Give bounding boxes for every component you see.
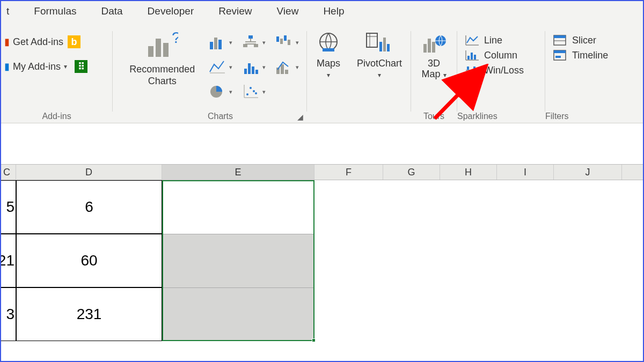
- tab-partial[interactable]: t: [1, 2, 23, 20]
- group-label-tours: Tours: [411, 112, 457, 121]
- svg-rect-19: [248, 63, 251, 74]
- svg-rect-61: [554, 50, 566, 53]
- waterfall-chart-button[interactable]: ▾: [273, 31, 302, 54]
- svg-rect-50: [467, 56, 470, 60]
- sparkline-column-icon: [465, 49, 480, 61]
- chevron-down-icon: ▾: [229, 39, 232, 46]
- line-chart-button[interactable]: ▾: [206, 56, 235, 78]
- col-header-d[interactable]: D: [16, 165, 162, 180]
- tab-view[interactable]: View: [266, 2, 313, 20]
- group-sparklines: Line Column Win/Loss Sparklines: [457, 31, 545, 112]
- svg-rect-35: [367, 33, 377, 47]
- bing-icon: b: [68, 35, 80, 48]
- chevron-down-icon: ▾: [296, 39, 299, 46]
- ribbon-tabs: t Formulas Data Developer Review View He…: [1, 1, 643, 21]
- svg-rect-18: [244, 69, 247, 74]
- get-addins-button[interactable]: ▮ Get Add-ins b: [4, 35, 112, 48]
- pivotchart-icon: [365, 31, 393, 55]
- svg-rect-15: [284, 35, 287, 41]
- tab-data[interactable]: Data: [90, 2, 136, 20]
- cell-d2[interactable]: 60: [16, 234, 162, 287]
- svg-rect-23: [281, 64, 284, 74]
- chevron-down-icon: ▾: [262, 88, 266, 95]
- svg-rect-38: [379, 42, 382, 51]
- cell-e2-selected[interactable]: [162, 234, 314, 287]
- timeline-label: Timeline: [572, 50, 608, 61]
- addin-icon: ▮: [4, 61, 10, 72]
- my-addins-button[interactable]: ▮ My Add-ins ▾ ⠿: [4, 60, 112, 73]
- slicer-icon: [553, 34, 568, 46]
- cell-c2[interactable]: 21: [1, 234, 16, 287]
- ribbon-groups: ▮ Get Add-ins b ▮ My Add-ins ▾ ⠿ Add-ins…: [1, 21, 643, 113]
- get-addins-label: Get Add-ins: [13, 36, 63, 48]
- col-header-i[interactable]: I: [497, 165, 554, 180]
- cell-e1-selected[interactable]: [162, 180, 314, 234]
- svg-rect-21: [255, 70, 258, 74]
- combo-chart-button[interactable]: ▾: [273, 56, 302, 78]
- sparkline-line-button[interactable]: Line: [465, 34, 537, 46]
- spreadsheet-area: C D E F G H I J 5 6 21 60 3 231: [1, 164, 643, 341]
- cell-d1[interactable]: 6: [16, 180, 162, 234]
- hierarchy-chart-button[interactable]: ▾: [239, 31, 268, 54]
- slicer-label: Slicer: [572, 35, 596, 46]
- svg-rect-4: [210, 42, 213, 49]
- recommended-charts-button[interactable]: ? Recommended Charts: [127, 31, 197, 87]
- svg-rect-24: [285, 70, 288, 74]
- group-label-addins: Add-ins: [1, 112, 112, 121]
- svg-point-28: [246, 93, 248, 95]
- svg-rect-55: [470, 70, 472, 73]
- scatter-chart-button[interactable]: ▾: [239, 80, 268, 103]
- col-header-f[interactable]: F: [314, 165, 383, 180]
- chevron-down-icon: ▾: [327, 71, 330, 79]
- 3d-map-button[interactable]: 3D Map ▾: [411, 31, 457, 80]
- sparkline-winloss-button[interactable]: Win/Loss: [465, 64, 537, 76]
- cell-d3[interactable]: 231: [16, 287, 162, 341]
- svg-rect-43: [432, 42, 435, 53]
- tab-review[interactable]: Review: [208, 2, 266, 20]
- svg-point-29: [250, 87, 252, 89]
- col-header-j[interactable]: J: [554, 165, 622, 180]
- svg-rect-41: [423, 44, 427, 53]
- tab-formulas[interactable]: Formulas: [23, 2, 90, 20]
- group-label-filters: Filters: [545, 112, 638, 121]
- cell-c3[interactable]: 3: [1, 287, 16, 341]
- 3d-map-label: 3D Map: [421, 58, 440, 79]
- timeline-button[interactable]: Timeline: [553, 49, 630, 61]
- svg-point-31: [255, 92, 257, 94]
- group-tours: 3D Map ▾ Tours: [411, 31, 457, 112]
- people-graph-icon: ⠿: [75, 60, 87, 73]
- cell-c1[interactable]: 5: [1, 180, 16, 234]
- pie-chart-button[interactable]: ▾: [206, 80, 235, 103]
- pivotchart-button[interactable]: PivotChart▾: [350, 31, 409, 112]
- chart-type-grid: ▾ ▾ ▾ ▾ ▾ ▾ ▾ ▾: [206, 31, 302, 103]
- svg-rect-34: [323, 48, 334, 51]
- group-label-charts: Charts: [123, 112, 317, 121]
- col-header-g[interactable]: G: [383, 165, 440, 180]
- maps-label: Maps: [317, 58, 340, 69]
- statistic-chart-button[interactable]: ▾: [239, 56, 268, 78]
- cell-e3-selected[interactable]: [162, 287, 314, 341]
- group-maps-pivotchart: Maps▾ PivotChart▾: [307, 31, 411, 112]
- column-chart-button[interactable]: ▾: [206, 31, 235, 54]
- tab-help[interactable]: Help: [312, 2, 358, 20]
- chevron-down-icon: ▾: [262, 64, 266, 71]
- 3d-map-icon: [420, 31, 448, 55]
- svg-rect-52: [474, 55, 476, 60]
- chevron-down-icon: ▾: [443, 71, 447, 79]
- svg-rect-1: [156, 39, 161, 57]
- cell-grid[interactable]: 5 6 21 60 3 231: [1, 180, 643, 341]
- store-icon: ▮: [4, 36, 10, 48]
- sparkline-column-button[interactable]: Column: [465, 49, 537, 61]
- sparkline-winloss-label: Win/Loss: [484, 65, 524, 76]
- timeline-icon: [553, 49, 568, 61]
- tab-developer[interactable]: Developer: [137, 2, 208, 20]
- recommended-charts-label: Recommended Charts: [127, 63, 197, 87]
- col-header-e[interactable]: E: [162, 165, 314, 180]
- col-header-h[interactable]: H: [440, 165, 497, 180]
- col-header-c[interactable]: C: [1, 165, 16, 180]
- sparkline-column-label: Column: [484, 50, 517, 61]
- maps-button[interactable]: Maps▾: [307, 31, 350, 112]
- chevron-down-icon: ▾: [229, 88, 232, 95]
- svg-rect-54: [467, 67, 469, 70]
- slicer-button[interactable]: Slicer: [553, 34, 630, 46]
